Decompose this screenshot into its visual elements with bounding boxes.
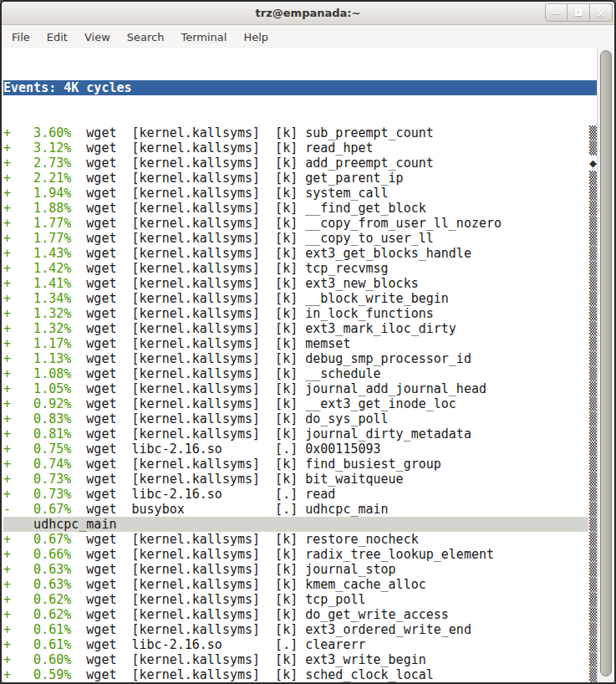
perf-row[interactable]: + 0.63% wget [kernel.kallsyms] [k] kmem_…	[3, 577, 597, 592]
perf-row-percent: + 1.77%	[3, 231, 71, 246]
perf-row[interactable]: + 1.43% wget [kernel.kallsyms] [k] ext3_…	[3, 246, 597, 261]
perf-row[interactable]: + 0.81% wget [kernel.kallsyms] [k] journ…	[3, 426, 597, 442]
perf-row-text: + 1.41% wget [kernel.kallsyms] [k] ext3_…	[3, 276, 588, 291]
perf-row-symbol: wget [kernel.kallsyms] [k] journal_dirty…	[71, 426, 471, 442]
perf-row[interactable]: + 1.34% wget [kernel.kallsyms] [k] __blo…	[3, 291, 597, 306]
scrollbar-thumb[interactable]	[600, 50, 612, 676]
perf-row-percent: + 1.32%	[3, 306, 71, 321]
minimize-button[interactable]: −	[545, 3, 568, 22]
close-button[interactable]: ×	[590, 3, 613, 22]
perf-row-percent: + 0.59%	[3, 667, 71, 682]
perf-row-text: + 1.77% wget [kernel.kallsyms] [k] __cop…	[3, 216, 588, 231]
perf-row-text: + 0.83% wget [kernel.kallsyms] [k] do_sy…	[3, 411, 588, 426]
perf-row-percent: + 1.41%	[3, 276, 71, 291]
tui-scrollbar-track-icon: ▒	[588, 487, 597, 502]
perf-callchain-row[interactable]: udhcpc_main▒	[3, 517, 597, 532]
perf-row[interactable]: + 1.88% wget [kernel.kallsyms] [k] __fin…	[3, 201, 597, 216]
perf-row-symbol: wget [kernel.kallsyms] [k] ext3_write_be…	[71, 652, 425, 667]
perf-row-text: + 0.60% wget [kernel.kallsyms] [k] ext3_…	[3, 652, 588, 667]
menu-item-edit[interactable]: Edit	[38, 27, 76, 48]
perf-row[interactable]: + 1.13% wget [kernel.kallsyms] [k] debug…	[3, 351, 597, 366]
tui-scrollbar-thumb-icon: ◆	[588, 156, 597, 171]
window-titlebar[interactable]: trz@empanada:~ − ×	[2, 2, 614, 25]
perf-row[interactable]: + 0.75% wget libc-2.16.so [.] 0x00115093…	[3, 442, 597, 457]
perf-row[interactable]: + 2.21% wget [kernel.kallsyms] [k] get_p…	[3, 171, 597, 186]
tui-scrollbar-track-icon: ▒	[588, 276, 597, 291]
perf-row[interactable]: + 0.92% wget [kernel.kallsyms] [k] __ext…	[3, 396, 597, 411]
perf-row[interactable]: + 0.73% wget [kernel.kallsyms] [k] bit_w…	[3, 472, 597, 487]
maximize-icon	[575, 9, 582, 16]
perf-row[interactable]: + 0.62% wget [kernel.kallsyms] [k] tcp_p…	[3, 592, 597, 607]
perf-row[interactable]: + 3.12% wget [kernel.kallsyms] [k] read_…	[3, 140, 597, 156]
perf-row-text: + 0.63% wget [kernel.kallsyms] [k] kmem_…	[3, 577, 588, 592]
tui-scrollbar-track-icon: ▒	[588, 381, 597, 396]
terminal-screen: Events: 4K cycles + 3.60% wget [kernel.k…	[2, 48, 597, 682]
perf-row-text: + 3.60% wget [kernel.kallsyms] [k] sub_p…	[3, 125, 588, 140]
scrollbar-track[interactable]	[597, 48, 614, 682]
tui-scrollbar-track-icon: ▒	[588, 321, 597, 336]
perf-row-text: + 2.21% wget [kernel.kallsyms] [k] get_p…	[3, 171, 588, 186]
perf-row-text: udhcpc_main	[3, 517, 588, 532]
tui-scrollbar-track-icon: ▒	[588, 562, 597, 577]
perf-row-symbol: wget [kernel.kallsyms] [k] do_sys_poll	[71, 411, 388, 426]
perf-row-text: + 1.32% wget [kernel.kallsyms] [k] in_lo…	[3, 306, 588, 321]
perf-row[interactable]: + 1.77% wget [kernel.kallsyms] [k] __cop…	[3, 216, 597, 231]
perf-row[interactable]: + 1.08% wget [kernel.kallsyms] [k] __sch…	[3, 366, 597, 381]
terminal-window: trz@empanada:~ − × FileEditViewSearchTer…	[0, 0, 616, 684]
perf-row-symbol: wget busybox [.] udhcpc_main	[71, 502, 388, 517]
perf-row[interactable]: + 0.61% wget libc-2.16.so [.] clearerr▒	[3, 637, 597, 652]
perf-row-symbol: wget libc-2.16.so [.] 0x00115093	[71, 442, 380, 457]
perf-row-symbol: wget [kernel.kallsyms] [k] debug_smp_pro…	[71, 351, 471, 366]
perf-row-symbol: wget [kernel.kallsyms] [k] __schedule	[71, 366, 380, 381]
menu-item-view[interactable]: View	[76, 27, 119, 48]
perf-row[interactable]: + 0.62% wget [kernel.kallsyms] [k] do_ge…	[3, 607, 597, 622]
menu-item-terminal[interactable]: Terminal	[172, 27, 235, 48]
tui-scrollbar-track-icon: ▒	[588, 291, 597, 306]
perf-row-text: - 0.67% wget busybox [.] udhcpc_main	[3, 502, 588, 517]
perf-row-symbol: wget [kernel.kallsyms] [k] in_lock_funct…	[71, 306, 433, 321]
maximize-button[interactable]	[568, 3, 590, 22]
perf-row[interactable]: + 1.41% wget [kernel.kallsyms] [k] ext3_…	[3, 276, 597, 291]
perf-row-percent: + 0.66%	[3, 547, 71, 562]
perf-row[interactable]: + 0.74% wget [kernel.kallsyms] [k] find_…	[3, 457, 597, 472]
perf-row-percent: + 0.75%	[3, 442, 71, 457]
perf-row[interactable]: + 0.60% wget [kernel.kallsyms] [k] ext3_…	[3, 652, 597, 667]
perf-row[interactable]: + 1.32% wget [kernel.kallsyms] [k] ext3_…	[3, 321, 597, 336]
tui-scrollbar-track-icon: ▒	[588, 547, 597, 562]
perf-row[interactable]: - 0.67% wget busybox [.] udhcpc_main▒	[3, 502, 597, 517]
perf-row[interactable]: + 1.77% wget [kernel.kallsyms] [k] __cop…	[3, 231, 597, 246]
perf-row-percent: + 0.83%	[3, 411, 71, 426]
perf-row[interactable]: + 3.60% wget [kernel.kallsyms] [k] sub_p…	[3, 125, 597, 140]
tui-scrollbar-track-icon: ▒	[588, 622, 597, 637]
perf-row-percent: + 1.88%	[3, 201, 71, 216]
perf-row-percent: + 0.61%	[3, 637, 71, 652]
tui-scrollbar-track-icon: ▒	[588, 216, 597, 231]
tui-scrollbar-track-icon: ▒	[588, 502, 597, 517]
perf-row[interactable]: + 0.67% wget [kernel.kallsyms] [k] resto…	[3, 532, 597, 547]
menu-item-file[interactable]: File	[3, 27, 38, 48]
perf-row-percent: + 1.94%	[3, 186, 71, 201]
perf-row-symbol: wget [kernel.kallsyms] [k] ext3_mark_ilo…	[71, 321, 456, 336]
perf-row-symbol: wget [kernel.kallsyms] [k] sched_clock_l…	[71, 667, 433, 682]
perf-row[interactable]: + 0.66% wget [kernel.kallsyms] [k] radix…	[3, 547, 597, 562]
perf-row[interactable]: + 1.05% wget [kernel.kallsyms] [k] journ…	[3, 381, 597, 396]
perf-row-text: + 1.32% wget [kernel.kallsyms] [k] ext3_…	[3, 321, 588, 336]
perf-row-text: + 1.08% wget [kernel.kallsyms] [k] __sch…	[3, 366, 588, 381]
tui-scrollbar-track-icon: ▒	[588, 532, 597, 547]
perf-row[interactable]: + 1.17% wget [kernel.kallsyms] [k] memse…	[3, 336, 597, 351]
perf-row-percent: + 0.60%	[3, 652, 71, 667]
perf-row[interactable]: + 0.73% wget libc-2.16.so [.] read▒	[3, 487, 597, 502]
perf-row[interactable]: + 2.73% wget [kernel.kallsyms] [k] add_p…	[3, 156, 597, 171]
menu-item-search[interactable]: Search	[119, 27, 173, 48]
perf-row[interactable]: + 0.83% wget [kernel.kallsyms] [k] do_sy…	[3, 411, 597, 426]
tui-scrollbar-track-icon: ▒	[588, 517, 597, 532]
perf-row[interactable]: + 0.63% wget [kernel.kallsyms] [k] journ…	[3, 562, 597, 577]
tui-scrollbar-track-icon: ▒	[588, 426, 597, 442]
menu-item-help[interactable]: Help	[235, 27, 277, 48]
perf-row[interactable]: + 0.61% wget [kernel.kallsyms] [k] ext3_…	[3, 622, 597, 637]
perf-row-symbol: wget [kernel.kallsyms] [k] get_parent_ip	[71, 171, 403, 186]
perf-row[interactable]: + 1.42% wget [kernel.kallsyms] [k] tcp_r…	[3, 261, 597, 276]
perf-row[interactable]: + 1.94% wget [kernel.kallsyms] [k] syste…	[3, 186, 597, 201]
perf-row[interactable]: + 1.32% wget [kernel.kallsyms] [k] in_lo…	[3, 306, 597, 321]
perf-row[interactable]: + 0.59% wget [kernel.kallsyms] [k] sched…	[3, 667, 597, 682]
